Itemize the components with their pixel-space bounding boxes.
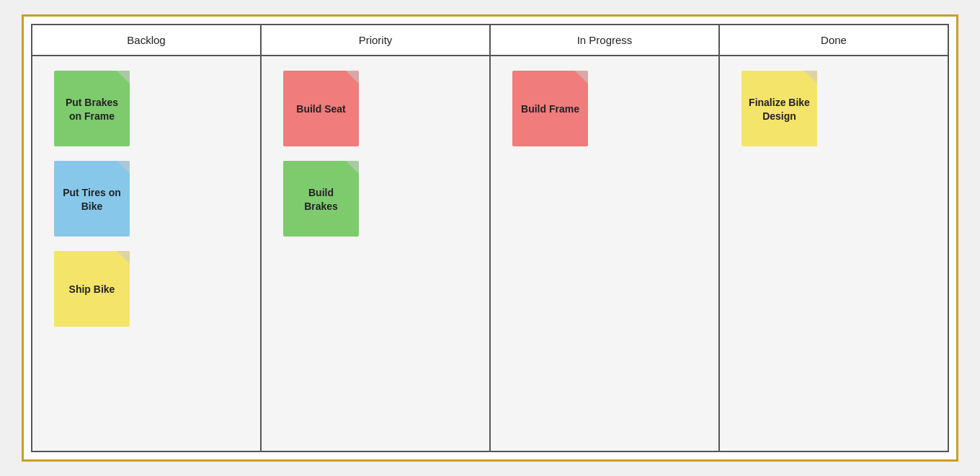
column-backlog: Put Brakes on Frame Put Tires on Bike Sh… [32, 56, 262, 451]
header-done: Done [720, 25, 948, 55]
header-backlog: Backlog [32, 25, 262, 55]
card-finalize-bike-design[interactable]: Finalize Bike Design [741, 71, 817, 146]
card-build-brakes[interactable]: Build Brakes [283, 161, 359, 237]
kanban-board: Backlog Priority In Progress Done Put Br… [31, 24, 949, 452]
card-build-seat[interactable]: Build Seat [283, 71, 359, 146]
header-priority: Priority [262, 25, 491, 55]
column-in-progress: Build Frame [491, 56, 720, 451]
card-ship-bike[interactable]: Ship Bike [54, 251, 130, 327]
card-build-frame[interactable]: Build Frame [512, 71, 588, 146]
header-in-progress: In Progress [491, 25, 720, 55]
card-put-brakes-on-frame[interactable]: Put Brakes on Frame [54, 71, 130, 146]
board-wrapper: Backlog Priority In Progress Done Put Br… [22, 14, 958, 462]
card-put-tires-on-bike[interactable]: Put Tires on Bike [54, 161, 130, 237]
board-body: Put Brakes on Frame Put Tires on Bike Sh… [32, 56, 948, 451]
column-priority: Build Seat Build Brakes [262, 56, 491, 451]
board-header: Backlog Priority In Progress Done [32, 25, 948, 56]
column-done: Finalize Bike Design [720, 56, 948, 451]
